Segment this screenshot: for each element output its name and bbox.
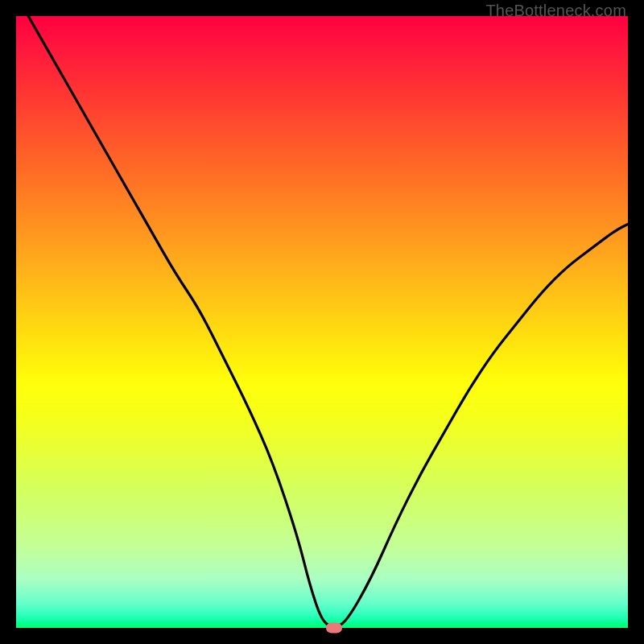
- watermark-text: TheBottleneck.com: [485, 2, 626, 20]
- optimum-marker: [326, 623, 342, 634]
- chart-frame: TheBottleneck.com: [0, 0, 644, 644]
- plot-area: [16, 16, 628, 628]
- curve-path: [28, 16, 628, 626]
- bottleneck-curve: [16, 16, 628, 628]
